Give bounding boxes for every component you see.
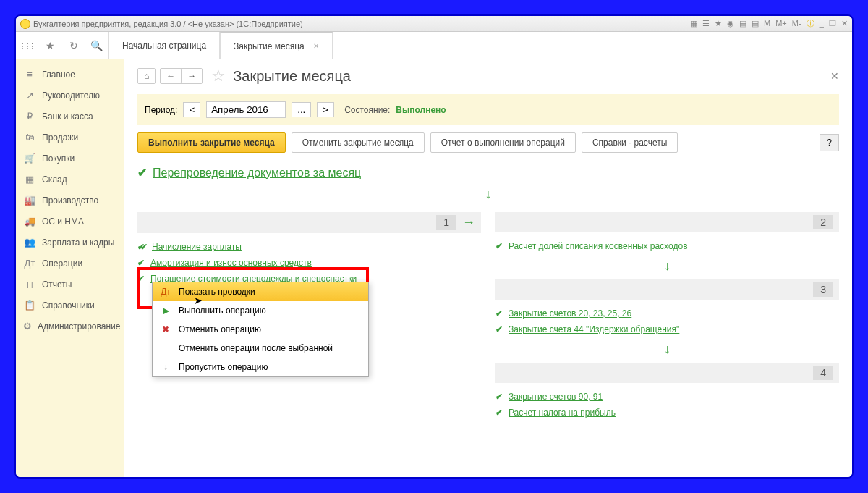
history-icon[interactable]: ↻ — [62, 32, 85, 59]
grid-icon[interactable]: ⫶⫶⫶ — [16, 32, 39, 59]
calendar-icon[interactable]: ▤ — [752, 19, 759, 28]
m-plus-icon[interactable]: M+ — [775, 19, 787, 28]
section-4-bar: 4 — [495, 363, 839, 383]
info-icon[interactable]: ⓘ — [807, 19, 814, 28]
main-area: ≡Главное ↗Руководителю ₽Банк и касса 🛍Пр… — [16, 59, 852, 477]
star-icon[interactable]: ★ — [715, 19, 722, 28]
tool-icon[interactable]: ☰ — [702, 19, 710, 28]
check-icon: ✔ — [495, 241, 503, 251]
references-button[interactable]: Справки - расчеты — [582, 132, 678, 153]
skip-icon: ↓ — [160, 362, 171, 372]
sidebar-item-production[interactable]: 🏭Производство — [16, 190, 124, 211]
truck-icon: 🚚 — [23, 216, 36, 227]
ctx-show-entries[interactable]: Дт Показать проводки — [153, 282, 368, 301]
sidebar-item-operations[interactable]: ДтОперации — [16, 253, 124, 274]
app-logo-icon — [20, 19, 30, 29]
sidebar-item-assets[interactable]: 🚚ОС и НМА — [16, 211, 124, 232]
arrow-down-icon: ↓ — [495, 342, 839, 357]
sidebar-item-directories[interactable]: 📋Справочники — [16, 295, 124, 316]
search-icon[interactable]: 🔍 — [85, 32, 109, 59]
period-label: Период: — [145, 105, 177, 115]
sidebar-item-sales[interactable]: 🛍Продажи — [16, 127, 124, 148]
ctx-cancel-after[interactable]: Отменить операции после выбранной — [153, 339, 368, 358]
close-icon[interactable]: ✕ — [841, 19, 848, 28]
section-3-bar: 3 — [495, 279, 839, 300]
top-operation-row: ✔ Перепроведение документов за месяц — [137, 163, 839, 182]
titlebar-text: Бухгалтерия предприятия, редакция 3.0 / … — [33, 20, 303, 28]
profit-tax-link[interactable]: Расчет налога на прибыль — [509, 408, 616, 418]
close-account-44-link[interactable]: Закрытие счета 44 "Издержки обращения" — [509, 324, 679, 334]
salary-accrual-link[interactable]: Начисление зарплаты — [152, 242, 242, 252]
period-picker-button[interactable]: ... — [292, 102, 311, 117]
indirect-costs-link[interactable]: Расчет долей списания косвенных расходов — [509, 241, 688, 251]
tab-month-close[interactable]: Закрытие месяца ✕ — [220, 32, 333, 59]
op-row: ✔ Закрытие счетов 90, 91 — [495, 389, 839, 405]
section-2-bar: 2 — [495, 212, 839, 232]
dtkt-icon: Дт — [23, 258, 36, 269]
sidebar-item-manager[interactable]: ↗Руководителю — [16, 85, 124, 106]
gear-icon: ⚙ — [23, 321, 32, 332]
close-accounts-20-link[interactable]: Закрытие счетов 20, 23, 25, 26 — [509, 308, 631, 319]
op-row: ✔ Закрытие счета 44 "Издержки обращения" — [495, 321, 839, 337]
m-minus-icon[interactable]: M- — [792, 19, 801, 28]
op-row: ✔ Закрытие счетов 20, 23, 25, 26 — [495, 306, 839, 321]
ctx-execute-op[interactable]: ▶ Выполнить операцию — [153, 301, 368, 320]
check-icon: ✔ — [137, 274, 145, 284]
check-icon: ✔ — [137, 166, 147, 180]
execute-close-button[interactable]: Выполнить закрытие месяца — [137, 132, 286, 153]
ctx-cancel-op[interactable]: ✖ Отменить операцию — [153, 320, 368, 339]
home-button[interactable]: ⌂ — [137, 68, 156, 84]
m-icon[interactable]: M — [764, 19, 770, 28]
help-button[interactable]: ? — [820, 134, 839, 151]
bag-icon: 🛍 — [23, 132, 36, 143]
section-number: 4 — [813, 366, 833, 380]
tab-home[interactable]: Начальная страница — [109, 32, 220, 59]
sidebar-item-reports[interactable]: ⫼Отчеты — [16, 274, 124, 295]
sidebar-item-bank[interactable]: ₽Банк и касса — [16, 106, 124, 127]
section-number: 3 — [813, 282, 833, 297]
calc-icon[interactable]: ▤ — [739, 19, 746, 28]
forward-button[interactable]: → — [182, 69, 202, 83]
sidebar: ≡Главное ↗Руководителю ₽Банк и касса 🛍Пр… — [16, 59, 124, 477]
status-label: Состояние: — [344, 105, 390, 115]
close-accounts-90-link[interactable]: Закрытие счетов 90, 91 — [509, 392, 603, 402]
minimize-icon[interactable]: _ — [820, 19, 824, 28]
tool-icon[interactable]: ◉ — [727, 19, 734, 28]
reprocess-docs-link[interactable]: Перепроведение документов за месяц — [153, 167, 361, 180]
op-row: ✔ Амортизация и износ основных средств — [137, 255, 481, 271]
report-button[interactable]: Отчет о выполнении операций — [430, 132, 576, 153]
sidebar-item-main[interactable]: ≡Главное — [16, 64, 124, 85]
sidebar-item-admin[interactable]: ⚙Администрирование — [16, 316, 124, 337]
sidebar-item-salary[interactable]: 👥Зарплата и кадры — [16, 232, 124, 253]
period-next-button[interactable]: > — [317, 102, 334, 117]
ctx-skip-op[interactable]: ↓ Пропустить операцию — [153, 358, 368, 376]
cancel-close-button[interactable]: Отменить закрытие месяца — [292, 132, 425, 153]
sidebar-item-warehouse[interactable]: ▦Склад — [16, 169, 124, 190]
amortization-link[interactable]: Амортизация и износ основных средств — [150, 258, 312, 268]
check-icon: ✔ — [137, 258, 145, 268]
back-button[interactable]: ← — [161, 69, 182, 83]
tab-close-icon[interactable]: ✕ — [313, 42, 319, 50]
operations-area: 1 → ✔✔ Начисление зарплаты ✔ Амортизация… — [137, 206, 839, 421]
favorite-icon[interactable]: ☆ — [211, 67, 226, 85]
menu-icon: ≡ — [23, 69, 36, 80]
maximize-icon[interactable]: ❐ — [829, 19, 836, 28]
sidebar-item-purchases[interactable]: 🛒Покупки — [16, 148, 124, 169]
cancel-icon: ✖ — [160, 324, 171, 334]
page-title: Закрытие месяца — [233, 68, 351, 85]
close-page-icon[interactable]: ✕ — [830, 70, 839, 82]
period-bar: Период: < ... > Состояние: Выполнено — [137, 94, 839, 125]
op-row: ✔✔ Начисление зарплаты — [137, 239, 481, 255]
ruble-icon: ₽ — [23, 111, 36, 122]
star-icon[interactable]: ★ — [39, 32, 62, 59]
operations-col-left: 1 → ✔✔ Начисление зарплаты ✔ Амортизация… — [137, 206, 481, 421]
content: ⌂ ← → ☆ Закрытие месяца ✕ Период: < ... … — [124, 59, 852, 477]
chart-icon: ↗ — [23, 90, 36, 101]
tool-icon[interactable]: ▦ — [690, 19, 697, 28]
op-row: ✔ Расчет налога на прибыль — [495, 405, 839, 421]
period-input[interactable] — [206, 101, 286, 118]
period-prev-button[interactable]: < — [183, 102, 200, 117]
action-row: Выполнить закрытие месяца Отменить закры… — [137, 132, 839, 153]
dtkt-icon: Дт — [160, 287, 171, 297]
arrow-right-icon: → — [462, 215, 475, 230]
